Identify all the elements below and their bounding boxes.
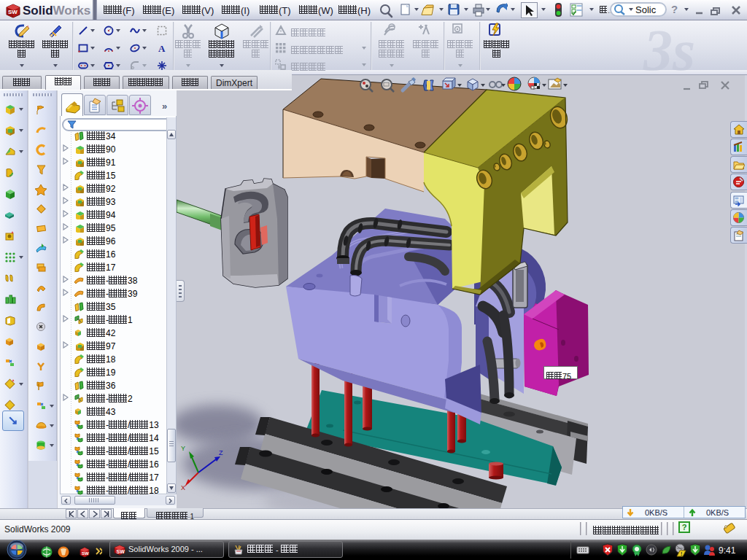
svg-text:Z: Z — [219, 449, 223, 456]
svg-text:A: A — [158, 43, 166, 54]
svg-text:SW: SW — [8, 9, 18, 15]
svg-text:X: X — [181, 484, 185, 491]
svg-text:SW: SW — [117, 549, 125, 554]
svg-text:SW: SW — [82, 551, 89, 556]
svg-text:Y: Y — [181, 445, 185, 452]
svg-text:!: ! — [681, 551, 682, 556]
